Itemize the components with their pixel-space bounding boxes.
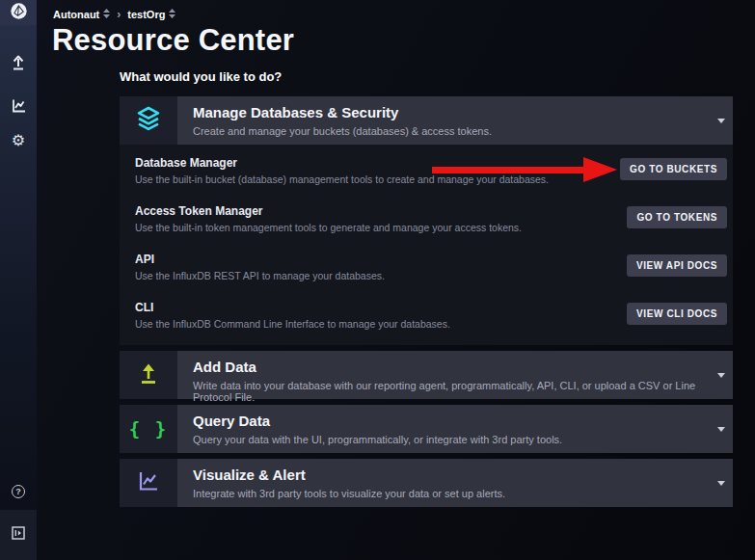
layers-icon (134, 106, 163, 136)
panel-add-data: Add Data Write data into your database w… (120, 351, 733, 399)
list-item-access-token-manager: Access Token Manager Use the built-in to… (120, 197, 733, 245)
list-item-database-manager: Database Manager Use the built-in bucket… (120, 148, 733, 197)
help-icon: ? (12, 485, 25, 498)
item-description: Use the InfluxDB Command Line Interface … (135, 318, 450, 330)
org-name: testOrg (127, 9, 165, 20)
icon-column: { } (120, 405, 177, 453)
item-description: Use the built-in token management tools … (135, 222, 522, 233)
influxdb-logo[interactable] (0, 0, 37, 25)
item-title: CLI (135, 301, 450, 314)
panel-title: Query Data (193, 413, 562, 431)
upload-icon (10, 53, 27, 74)
page-subtitle: What would you like to do? (120, 69, 282, 84)
panel-query-data-header[interactable]: { } Query Data Query your data with the … (120, 405, 733, 453)
sidebar-item-help[interactable]: ? (0, 485, 37, 498)
icon-column (120, 459, 177, 507)
item-title: API (135, 253, 385, 266)
panel-visualize-alert: Visualize & Alert Integrate with 3rd par… (120, 459, 733, 507)
panel-manage-databases: Manage Databases & Security Create and m… (120, 96, 733, 345)
sidebar-item-settings[interactable]: ⚙ (0, 133, 37, 148)
chevron-down-icon[interactable] (717, 373, 725, 378)
item-title: Database Manager (135, 156, 549, 170)
panel-manage-databases-body: Database Manager Use the built-in bucket… (120, 145, 733, 345)
gear-icon: ⚙ (12, 133, 25, 148)
item-title: Access Token Manager (135, 204, 522, 218)
chevron-down-icon[interactable] (717, 427, 725, 432)
sort-arrows-icon (103, 9, 110, 20)
panel-visualize-alert-header[interactable]: Visualize & Alert Integrate with 3rd par… (120, 459, 733, 507)
sidebar: ⚙ ? (0, 0, 37, 560)
panel-title: Add Data (193, 359, 733, 377)
panel-manage-databases-header[interactable]: Manage Databases & Security Create and m… (120, 96, 733, 145)
line-chart-icon (136, 468, 161, 497)
breadcrumb: Autonaut › testOrg (53, 8, 175, 21)
expand-panel-icon (12, 526, 25, 544)
panel-add-data-header[interactable]: Add Data Write data into your database w… (120, 351, 733, 399)
panel-description: Query your data with the UI, programmati… (193, 434, 562, 445)
icon-column (120, 96, 177, 145)
sidebar-item-load-data[interactable] (0, 53, 37, 74)
panel-description: Write data into your database with our r… (193, 380, 733, 403)
view-cli-docs-button[interactable]: VIEW CLI DOCS (627, 303, 727, 325)
item-description: Use the InfluxDB REST API to manage your… (135, 270, 385, 281)
panel-title: Visualize & Alert (193, 467, 505, 485)
icon-column (120, 351, 177, 399)
graphs-icon (11, 97, 27, 118)
sort-arrows-icon (169, 9, 175, 20)
breadcrumb-org-dropdown[interactable]: testOrg (127, 9, 175, 20)
breadcrumb-account-dropdown[interactable]: Autonaut (53, 9, 110, 20)
panel-description: Integrate with 3rd party tools to visual… (193, 488, 505, 499)
panel-query-data: { } Query Data Query your data with the … (120, 405, 733, 453)
page-title: Resource Center (52, 23, 294, 58)
go-to-buckets-button[interactable]: GO TO BUCKETS (620, 158, 727, 180)
app-window: ⚙ ? Autonaut › t (0, 0, 755, 560)
main-content: Autonaut › testOrg Resource Center What … (37, 0, 755, 560)
account-name: Autonaut (53, 9, 99, 20)
view-api-docs-button[interactable]: VIEW API DOCS (627, 254, 727, 277)
upload-data-icon (136, 360, 161, 389)
list-item-api: API Use the InfluxDB REST API to manage … (120, 245, 733, 293)
breadcrumb-separator: › (117, 8, 121, 21)
go-to-tokens-button[interactable]: GO TO TOKENS (627, 206, 727, 228)
item-description: Use the built-in bucket (database) manag… (135, 173, 549, 185)
sidebar-item-data-explorer[interactable] (0, 97, 37, 118)
panel-title: Manage Databases & Security (193, 104, 492, 122)
panel-description: Create and manage your buckets (database… (193, 125, 492, 137)
braces-icon: { } (129, 418, 168, 440)
list-item-cli: CLI Use the InfluxDB Command Line Interf… (120, 293, 733, 341)
chevron-down-icon[interactable] (717, 481, 725, 486)
resource-panels: Manage Databases & Security Create and m… (120, 96, 733, 513)
influxdb-logo-icon (10, 2, 28, 24)
chevron-down-icon[interactable] (717, 119, 725, 123)
sidebar-item-toggle[interactable] (0, 510, 37, 560)
